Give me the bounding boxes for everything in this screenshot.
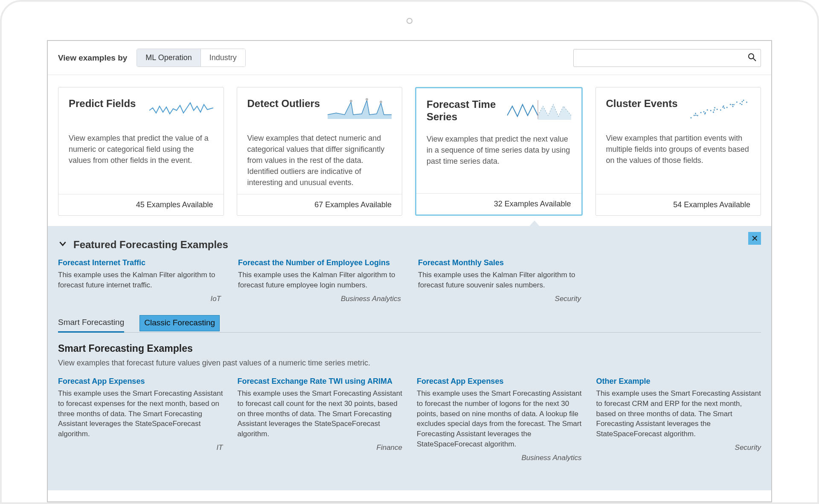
example-link[interactable]: Forecast Monthly Sales: [418, 258, 581, 267]
category-card[interactable]: Forecast Time SeriesView examples that p…: [415, 87, 583, 216]
svg-rect-28: [732, 106, 734, 107]
svg-rect-10: [697, 115, 699, 116]
card-description: View examples that predict the next valu…: [427, 133, 571, 167]
camera-icon: [407, 18, 412, 24]
filter-segmented-control: ML Operation Industry: [136, 49, 245, 67]
svg-rect-24: [723, 107, 725, 109]
search-icon: [748, 53, 756, 63]
close-icon: ✕: [751, 233, 758, 243]
card-title: Detect Outliers: [247, 98, 320, 110]
filter-option-ml-operation[interactable]: ML Operation: [137, 49, 200, 67]
svg-rect-9: [695, 114, 697, 116]
forecast-sparkline-icon: [507, 98, 571, 122]
example-description: This example uses the Kalman Filter algo…: [238, 270, 401, 290]
example-link[interactable]: Forecast App Expenses: [417, 377, 582, 386]
category-card[interactable]: Cluster EventsView examples that partiti…: [595, 87, 761, 216]
svg-rect-6: [690, 117, 692, 119]
svg-rect-20: [716, 109, 718, 110]
svg-rect-29: [733, 104, 735, 106]
svg-rect-7: [694, 115, 695, 116]
featured-example: Forecast Internet TrafficThis example us…: [58, 258, 221, 303]
svg-rect-31: [739, 103, 741, 104]
app-screen: View examples by ML Operation Industry P…: [47, 40, 772, 502]
svg-rect-8: [695, 113, 697, 114]
example-tag: Security: [418, 295, 581, 303]
svg-rect-25: [726, 107, 728, 108]
example-description: This example uses the Kalman Filter algo…: [418, 270, 581, 290]
svg-rect-21: [720, 109, 722, 111]
svg-rect-33: [741, 101, 743, 103]
filter-label: View examples by: [58, 53, 127, 63]
svg-rect-12: [703, 111, 705, 113]
svg-rect-27: [732, 104, 733, 106]
category-cards: Predict FieldsView examples that predict…: [48, 75, 771, 216]
card-count: 32 Examples Available: [416, 193, 581, 214]
chevron-down-icon: [58, 239, 67, 251]
card-description: View examples that predict the value of …: [69, 133, 213, 166]
sub-tabs: Smart Forecasting Classic Forecasting: [58, 314, 761, 333]
card-count: 67 Examples Available: [237, 194, 402, 215]
filter-option-industry[interactable]: Industry: [200, 49, 245, 67]
svg-rect-30: [736, 101, 738, 103]
example-tag: IoT: [58, 295, 221, 303]
example-link[interactable]: Forecast Internet Traffic: [58, 258, 221, 267]
svg-rect-34: [743, 99, 744, 101]
svg-point-2: [350, 100, 352, 102]
svg-rect-19: [714, 107, 716, 109]
category-card[interactable]: Detect OutliersView examples that detect…: [237, 87, 403, 216]
svg-point-3: [366, 98, 368, 101]
card-title: Forecast Time Series: [427, 98, 503, 123]
svg-point-4: [380, 101, 382, 103]
svg-rect-11: [700, 112, 702, 113]
svg-rect-18: [714, 109, 715, 111]
example-description: This example uses the Smart Forecasting …: [417, 388, 582, 449]
outliers-sparkline-icon: [328, 98, 392, 121]
card-description: View examples that partition events with…: [606, 133, 751, 166]
svg-rect-16: [710, 110, 712, 111]
svg-rect-26: [730, 104, 732, 105]
card-title: Cluster Events: [606, 98, 678, 110]
card-count: 54 Examples Available: [596, 194, 761, 215]
card-description: View examples that detect numeric and ca…: [247, 133, 392, 188]
svg-rect-15: [706, 109, 708, 111]
smart-examples-grid: Forecast App ExpensesThis example uses t…: [58, 377, 761, 462]
example-description: This example uses the Smart Forecasting …: [58, 388, 223, 439]
example-description: This example uses the Smart Forecasting …: [596, 388, 761, 439]
search-box[interactable]: [573, 49, 761, 67]
example-tag: IT: [58, 443, 223, 452]
example-description: This example uses the Smart Forecasting …: [238, 388, 403, 439]
example-link[interactable]: Forecast Exchange Rate TWI using ARIMA: [238, 377, 403, 386]
smart-example: Forecast App ExpensesThis example uses t…: [417, 377, 582, 462]
smart-example: Other ExampleThis example uses the Smart…: [596, 377, 761, 462]
example-tag: Business Analytics: [417, 454, 582, 462]
svg-rect-32: [741, 104, 743, 105]
filter-bar: View examples by ML Operation Industry: [48, 41, 771, 75]
tab-classic-forecasting[interactable]: Classic Forecasting: [139, 315, 220, 331]
featured-header[interactable]: Featured Forecasting Examples: [58, 234, 761, 258]
svg-line-1: [753, 58, 756, 61]
featured-title: Featured Forecasting Examples: [73, 239, 228, 251]
close-panel-button[interactable]: ✕: [748, 232, 761, 245]
tab-smart-forecasting[interactable]: Smart Forecasting: [58, 314, 124, 333]
featured-examples-grid: Forecast Internet TrafficThis example us…: [58, 258, 761, 303]
svg-rect-35: [746, 101, 748, 103]
example-link[interactable]: Forecast the Number of Employee Logins: [238, 258, 401, 267]
svg-point-0: [749, 54, 754, 59]
section-title: Smart Forecasting Examples: [58, 343, 761, 354]
examples-panel: ✕ Featured Forecasting Examples Forecast…: [48, 226, 771, 490]
category-card[interactable]: Predict FieldsView examples that predict…: [58, 87, 224, 216]
example-link[interactable]: Other Example: [596, 377, 761, 386]
featured-example: Forecast the Number of Employee LoginsTh…: [238, 258, 401, 303]
example-link[interactable]: Forecast App Expenses: [58, 377, 223, 386]
example-tag: Business Analytics: [238, 295, 401, 303]
example-tag: Finance: [238, 443, 403, 452]
search-input[interactable]: [578, 54, 748, 62]
example-tag: Security: [596, 443, 761, 452]
svg-rect-17: [713, 111, 714, 113]
card-title: Predict Fields: [69, 98, 136, 110]
featured-example: Forecast Monthly SalesThis example uses …: [418, 258, 581, 303]
card-count: 45 Examples Available: [58, 194, 224, 215]
smart-example: Forecast Exchange Rate TWI using ARIMATh…: [238, 377, 403, 462]
cluster-sparkline-icon: [686, 98, 750, 121]
smart-example: Forecast App ExpensesThis example uses t…: [58, 377, 223, 462]
